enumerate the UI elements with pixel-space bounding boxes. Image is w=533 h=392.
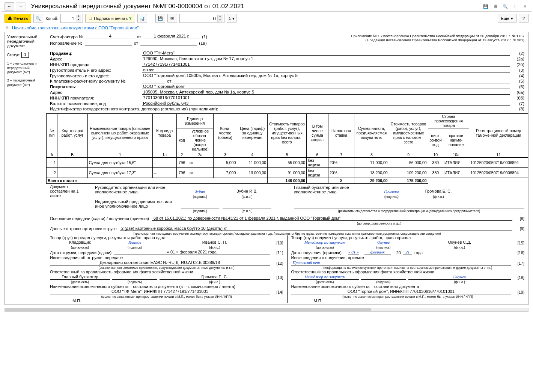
table-row: 2Сумка для ноутбука 17,3"--796шт7,00013 … (47, 168, 528, 178)
invoice-no: 4 (86, 34, 135, 39)
attach-icon[interactable]: ⁝ (511, 3, 519, 10)
sheet-count: Документ составлен на 1 листе (46, 184, 91, 215)
printer-icon: 🖶 (8, 16, 12, 21)
invoice-date: 1 февраля 2021 г. (143, 34, 200, 39)
sidebar-title: Универсальный передаточный документ (7, 35, 44, 48)
status-value: 1 (21, 52, 29, 58)
sigma-button[interactable]: Σ ▾ (227, 14, 236, 23)
status-label: Статус: (7, 53, 20, 57)
horizontal-scrollbar[interactable] (5, 308, 528, 312)
nav-forward-button[interactable]: → (16, 2, 26, 11)
number-input[interactable] (180, 15, 217, 22)
print-button[interactable]: 🖶Печать (5, 14, 31, 23)
zoom-button[interactable]: 🔍 (33, 14, 43, 23)
help-button[interactable]: ? (519, 14, 528, 23)
document-icon: 🗎 (5, 26, 9, 30)
legend-1: 1 – счет-фактура и передаточный документ… (7, 62, 44, 75)
correction-no: -- (85, 40, 132, 45)
preview-icon[interactable]: 🔍 (501, 3, 509, 10)
invoice-label: Счет-фактура № (50, 35, 84, 39)
disk-icon[interactable]: 💾 (155, 14, 165, 23)
copies-label: Копий: (45, 16, 58, 21)
table-row: 1Сумка для ноутбука 15,6"--796шт5,00011 … (47, 158, 528, 168)
sign-checkbox-button[interactable]: ☐ Подпись и печать ? (85, 14, 135, 23)
more-button[interactable]: Еще ▾ (498, 14, 516, 23)
legend-2: 2 – передаточный документ (акт) (7, 78, 44, 87)
number-spinner[interactable]: ▲▼ (179, 14, 224, 23)
close-icon[interactable]: ✕ (521, 3, 528, 10)
email-icon[interactable]: ✉ (167, 14, 177, 23)
nav-back-button[interactable]: ← (5, 2, 14, 11)
sidebar: Универсальный передаточный документ Стат… (5, 32, 46, 305)
print-icon[interactable]: 🖶 (492, 3, 499, 10)
correction-date: -- (140, 40, 197, 45)
appendix-note: Приложение № 1 к постановлению Правитель… (351, 34, 524, 42)
correction-label: Исправление № (50, 41, 83, 45)
items-table: № п/п Код товара/ работ, услуг Наименова… (46, 113, 528, 184)
edi-link[interactable]: Начать обмен электронными документами с … (12, 26, 139, 30)
copies-input[interactable] (61, 15, 76, 22)
table-icon[interactable]: 📊 (137, 14, 147, 23)
window-title: Универсальный передаточный документ №МГ0… (31, 3, 480, 10)
copies-spinner[interactable]: ▲▼ (60, 14, 83, 23)
save-icon[interactable]: 💾 (482, 3, 489, 10)
